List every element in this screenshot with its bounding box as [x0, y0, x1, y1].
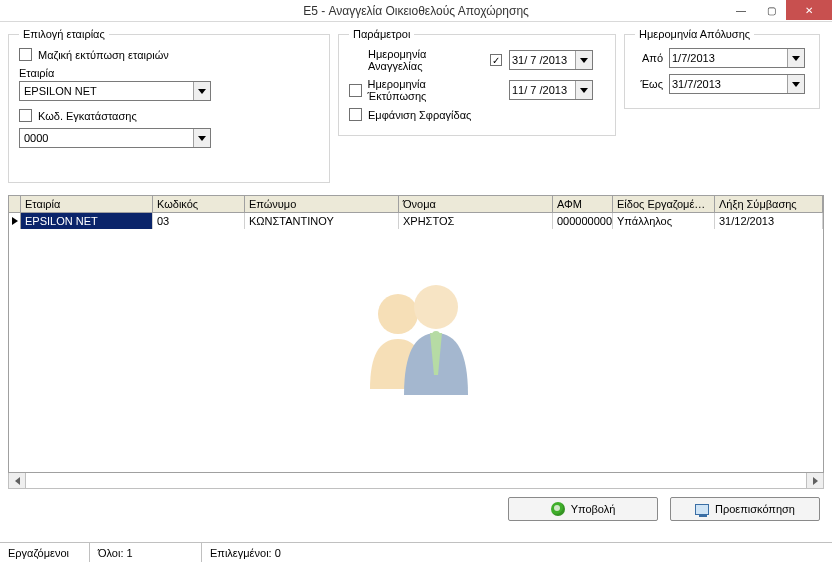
announce-date-inline-checkbox[interactable]: [490, 54, 502, 66]
cell-type[interactable]: Υπάλληλος: [613, 213, 715, 229]
company-input[interactable]: [20, 82, 193, 100]
branch-code-input[interactable]: [20, 129, 193, 147]
people-watermark-icon: [346, 279, 486, 401]
scroll-left-icon[interactable]: [9, 473, 26, 488]
mass-print-checkbox[interactable]: [19, 48, 32, 61]
announce-date-input[interactable]: [510, 51, 575, 69]
chevron-down-icon[interactable]: [575, 81, 592, 99]
column-header[interactable]: Όνομα: [399, 196, 553, 213]
chevron-down-icon[interactable]: [193, 129, 210, 147]
close-button[interactable]: ✕: [786, 0, 832, 20]
mass-print-label: Μαζική εκτύπωση εταιριών: [38, 49, 169, 61]
status-employees-label: Εργαζόμενοι: [0, 543, 90, 562]
from-date-picker[interactable]: [669, 48, 805, 68]
cell-code[interactable]: 03: [153, 213, 245, 229]
horizontal-scrollbar[interactable]: [8, 472, 824, 489]
to-label: Έως: [635, 78, 663, 90]
chevron-down-icon[interactable]: [787, 49, 804, 67]
preview-button[interactable]: Προεπισκόπηση: [670, 497, 820, 521]
chevron-down-icon[interactable]: [787, 75, 804, 93]
from-date-input[interactable]: [670, 49, 787, 67]
dismissal-date-legend: Ημερομηνία Απόλυσης: [635, 28, 754, 40]
announce-date-label: Ημερομηνία Αναγγελίας: [368, 48, 483, 72]
print-date-input[interactable]: [510, 81, 575, 99]
status-selected-value: 0: [275, 547, 281, 559]
to-date-input[interactable]: [670, 75, 787, 93]
window-titlebar: E5 - Αναγγελία Οικειοθελούς Αποχώρησης —…: [0, 0, 832, 22]
cell-company[interactable]: EPSILON NET: [21, 213, 153, 229]
window-title: E5 - Αναγγελία Οικειοθελούς Αποχώρησης: [303, 4, 529, 18]
status-selected-label: Επιλεγμένοι:: [210, 547, 272, 559]
monitor-icon: [695, 504, 709, 515]
maximize-button[interactable]: ▢: [756, 0, 786, 20]
scroll-right-icon[interactable]: [806, 473, 823, 488]
show-stamp-label: Εμφάνιση Σφραγίδας: [368, 109, 471, 121]
from-label: Από: [635, 52, 663, 64]
chevron-down-icon[interactable]: [575, 51, 592, 69]
column-header[interactable]: Λήξη Σύμβασης: [715, 196, 823, 213]
dismissal-date-groupbox: Ημερομηνία Απόλυσης Από Έως: [624, 28, 820, 109]
submit-button-label: Υποβολή: [571, 503, 616, 515]
column-header[interactable]: Κωδικός: [153, 196, 245, 213]
cell-surname[interactable]: ΚΩΝΣΤΑΝΤΙΝΟΥ: [245, 213, 399, 229]
print-date-picker[interactable]: [509, 80, 593, 100]
row-indicator-icon: [9, 213, 21, 229]
svg-point-0: [378, 294, 418, 334]
print-date-label: Ημερομηνία Έκτύπωσης: [368, 78, 483, 102]
globe-icon: [551, 502, 565, 516]
print-date-enable-checkbox[interactable]: [349, 84, 362, 97]
company-group-legend: Επιλογή εταιρίας: [19, 28, 109, 40]
cell-contract-end[interactable]: 31/12/2013: [715, 213, 823, 229]
table-row[interactable]: EPSILON NET 03 ΚΩΝΣΤΑΝΤΙΝΟΥ ΧΡΗΣΤΟΣ 0000…: [9, 213, 823, 229]
column-header[interactable]: Είδος Εργαζομένου: [613, 196, 715, 213]
to-date-picker[interactable]: [669, 74, 805, 94]
show-stamp-checkbox[interactable]: [349, 108, 362, 121]
column-header[interactable]: Επώνυμο: [245, 196, 399, 213]
parameters-groupbox: Παράμετροι Ημερομηνία Αναγγελίας Ημερομη…: [338, 28, 616, 136]
company-combobox[interactable]: [19, 81, 211, 101]
column-header[interactable]: Εταιρία: [21, 196, 153, 213]
company-label: Εταιρία: [19, 67, 319, 79]
minimize-button[interactable]: —: [726, 0, 756, 20]
chevron-down-icon[interactable]: [193, 82, 210, 100]
status-total-value: 1: [127, 547, 133, 559]
status-bar: Εργαζόμενοι Όλοι: 1 Επιλεγμένοι: 0: [0, 542, 832, 562]
branch-code-checkbox[interactable]: [19, 109, 32, 122]
company-groupbox: Επιλογή εταιρίας Μαζική εκτύπωση εταιριώ…: [8, 28, 330, 183]
svg-point-1: [414, 285, 458, 329]
svg-point-2: [432, 331, 440, 339]
column-header[interactable]: ΑΦΜ: [553, 196, 613, 213]
grid-header: Εταιρία Κωδικός Επώνυμο Όνομα ΑΦΜ Είδος …: [9, 196, 823, 213]
cell-afm[interactable]: 000000000: [553, 213, 613, 229]
cell-name[interactable]: ΧΡΗΣΤΟΣ: [399, 213, 553, 229]
preview-button-label: Προεπισκόπηση: [715, 503, 795, 515]
announce-date-picker[interactable]: [509, 50, 593, 70]
branch-code-label: Κωδ. Εγκατάστασης: [38, 110, 137, 122]
parameters-legend: Παράμετροι: [349, 28, 414, 40]
status-total-label: Όλοι:: [98, 547, 123, 559]
employees-grid[interactable]: Εταιρία Κωδικός Επώνυμο Όνομα ΑΦΜ Είδος …: [8, 195, 824, 473]
branch-code-combobox[interactable]: [19, 128, 211, 148]
submit-button[interactable]: Υποβολή: [508, 497, 658, 521]
